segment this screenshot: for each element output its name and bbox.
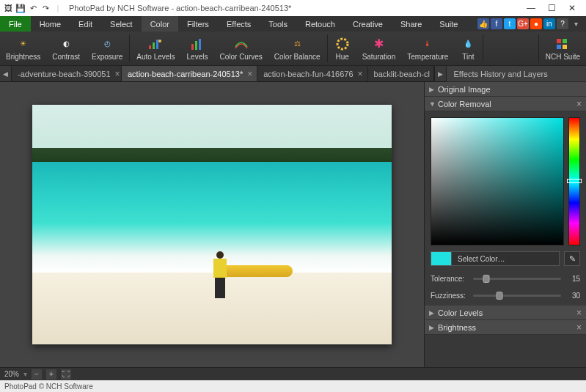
tab-close-icon[interactable]: × — [247, 69, 252, 79]
section-color-levels[interactable]: ▶ Color Levels × — [425, 306, 586, 320]
googleplus-icon[interactable]: G+ — [517, 18, 529, 29]
tool-colorbalance[interactable]: ⚖Color Balance — [268, 32, 326, 65]
select-color-button[interactable]: Select Color… — [431, 251, 560, 266]
tool-hue[interactable]: Hue — [329, 32, 356, 65]
svg-point-3 — [158, 40, 161, 42]
like-icon[interactable]: 👍 — [477, 18, 489, 29]
menu-chevron-icon[interactable]: ▾ — [570, 18, 582, 29]
eyedropper-icon: ✎ — [569, 254, 576, 264]
tab-scroll-left[interactable]: ◀ — [0, 66, 12, 81]
menu-share[interactable]: Share — [392, 16, 431, 32]
tool-label: Levels — [187, 53, 208, 61]
section-brightness[interactable]: ▶ Brightness × — [425, 320, 586, 335]
tool-temperature[interactable]: 🌡Temperature — [401, 32, 454, 65]
document-tab[interactable]: action-beach-carribean-240513*× — [122, 66, 257, 81]
redo-icon[interactable]: ↷ — [40, 3, 51, 13]
tab-label: action-beach-carribean-240513* — [128, 70, 243, 78]
document-tab[interactable]: backlit-beach-cl — [368, 66, 434, 81]
tolerance-slider[interactable] — [473, 278, 561, 280]
document-tabs: ◀ -adventure-beach-390051× action-beach-… — [0, 66, 446, 82]
reddit-icon[interactable]: ● — [530, 18, 542, 29]
quick-access-toolbar: 🖼 💾 ↶ ↷ | — [3, 3, 63, 13]
tool-label: Tint — [462, 53, 474, 61]
canvas-area[interactable] — [0, 82, 424, 367]
menu-retouch[interactable]: Retouch — [296, 16, 344, 32]
zoom-in-button[interactable]: + — [46, 369, 56, 380]
contrast-icon: ◐ — [58, 37, 74, 51]
hue-marker[interactable] — [567, 179, 582, 183]
tint-icon: 💧 — [460, 37, 476, 51]
slider-thumb[interactable] — [497, 292, 503, 300]
hue-slider[interactable] — [568, 117, 580, 245]
tool-nchsuite[interactable]: NCH Suite — [540, 32, 586, 65]
document-tab[interactable]: -adventure-beach-390051× — [12, 66, 122, 81]
tool-label: Auto Levels — [136, 53, 175, 61]
twitter-icon[interactable]: t — [504, 18, 516, 29]
svg-rect-5 — [195, 41, 197, 50]
balance-icon: ⚖ — [289, 37, 305, 51]
menu-effects[interactable]: Effects — [218, 16, 260, 32]
maximize-button[interactable]: ☐ — [546, 3, 557, 13]
tab-close-icon[interactable]: × — [358, 69, 363, 79]
section-label: Color Removal — [438, 100, 576, 108]
tab-scroll-right[interactable]: ▶ — [434, 66, 446, 81]
section-label: Original Image — [438, 85, 582, 94]
svg-rect-10 — [557, 45, 561, 49]
menu-filters[interactable]: Filters — [178, 16, 218, 32]
tool-brightness[interactable]: ☀Brightness — [0, 32, 46, 65]
close-button[interactable]: ✕ — [567, 3, 577, 13]
tool-autolevels[interactable]: Auto Levels — [131, 32, 180, 65]
eyedropper-button[interactable]: ✎ — [564, 251, 580, 266]
fuzziness-value: 30 — [565, 292, 580, 300]
exposure-icon: ◴ — [99, 37, 115, 51]
side-panel: ▶ Original Image ▼ Color Removal × Selec… — [424, 82, 586, 367]
facebook-icon[interactable]: f — [491, 18, 502, 29]
tool-label: NCH Suite — [546, 53, 580, 61]
zoom-fit-button[interactable]: ⛶ — [61, 369, 71, 380]
autolevels-icon — [147, 37, 164, 51]
svg-rect-1 — [153, 42, 155, 49]
minimize-button[interactable]: — — [526, 3, 536, 13]
menu-tools[interactable]: Tools — [260, 16, 296, 32]
save-icon[interactable]: 💾 — [15, 3, 26, 13]
svg-rect-6 — [199, 39, 201, 50]
select-color-label: Select Color… — [452, 255, 505, 263]
document-tab[interactable]: action-beach-fun-416676× — [257, 66, 367, 81]
zoom-out-button[interactable]: − — [32, 369, 42, 380]
section-label: Color Levels — [438, 308, 576, 317]
section-original-image[interactable]: ▶ Original Image — [425, 82, 586, 97]
social-icons: 👍 f t G+ ● in ? ▾ — [477, 16, 586, 32]
tool-contrast[interactable]: ◐Contrast — [46, 32, 86, 65]
qat-divider: | — [53, 3, 63, 13]
section-close-icon[interactable]: × — [576, 308, 582, 318]
help-icon[interactable]: ? — [557, 18, 568, 29]
section-color-removal[interactable]: ▼ Color Removal × — [425, 97, 586, 111]
chevron-right-icon: ▶ — [429, 309, 438, 317]
tool-colorcurves[interactable]: Color Curves — [213, 32, 268, 65]
menu-select[interactable]: Select — [101, 16, 142, 32]
image-canvas[interactable] — [32, 105, 392, 344]
section-close-icon[interactable]: × — [576, 322, 582, 333]
tool-tint[interactable]: 💧Tint — [454, 32, 482, 65]
fuzziness-slider[interactable] — [473, 295, 561, 297]
menu-home[interactable]: Home — [31, 16, 70, 32]
menu-creative[interactable]: Creative — [344, 16, 392, 32]
slider-thumb[interactable] — [483, 275, 490, 283]
tool-levels[interactable]: Levels — [181, 32, 214, 65]
section-close-icon[interactable]: × — [576, 99, 582, 109]
tool-saturation[interactable]: ✱Saturation — [356, 32, 402, 65]
menu-suite[interactable]: Suite — [431, 16, 466, 32]
menu-color[interactable]: Color — [142, 16, 178, 32]
footer-bar: PhotoPad © NCH Software — [0, 380, 586, 392]
ribbon-toolbar: ☀Brightness ◐Contrast ◴Exposure Auto Lev… — [0, 32, 586, 66]
menu-file[interactable]: File — [0, 16, 31, 32]
tool-label: Brightness — [6, 53, 40, 61]
menu-edit[interactable]: Edit — [70, 16, 101, 32]
levels-icon — [189, 37, 205, 51]
tool-label: Color Balance — [274, 53, 321, 61]
undo-icon[interactable]: ↶ — [28, 3, 38, 13]
tool-exposure[interactable]: ◴Exposure — [86, 32, 128, 65]
color-field[interactable] — [431, 117, 564, 245]
linkedin-icon[interactable]: in — [543, 18, 555, 29]
tab-close-icon[interactable]: × — [115, 69, 120, 79]
